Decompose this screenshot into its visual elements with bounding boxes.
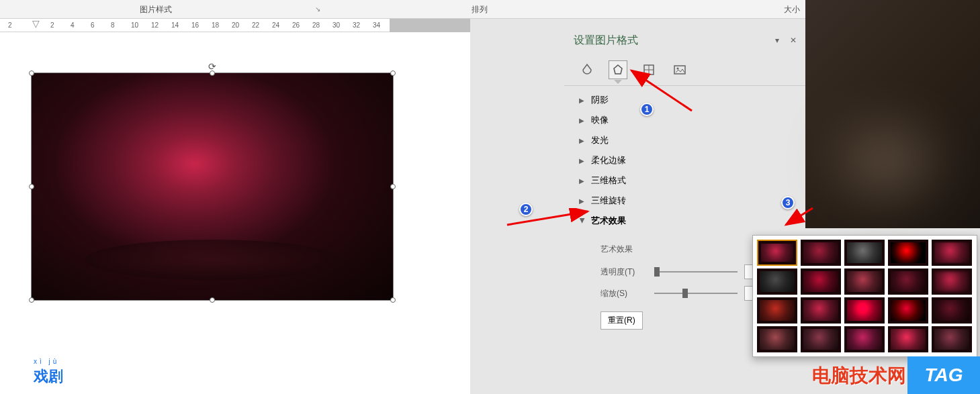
section-reflection[interactable]: ▶映像: [574, 110, 797, 130]
art-effect-label: 艺术效果: [600, 244, 648, 255]
ruler-mark: 12: [151, 21, 159, 29]
effect-thumb[interactable]: [932, 268, 972, 295]
resize-handle[interactable]: [29, 184, 34, 189]
section-glow[interactable]: ▶发光: [574, 130, 797, 150]
ruler-mark: 22: [252, 21, 259, 29]
title-pinyin: xì jù: [34, 358, 396, 365]
effect-thumb[interactable]: [888, 326, 928, 352]
scale-label: 缩放(S): [600, 288, 648, 299]
effect-thumb[interactable]: [932, 326, 972, 352]
ribbon-tab-arrange[interactable]: 排列: [324, 0, 635, 19]
resize-handle[interactable]: [210, 297, 215, 303]
selected-image[interactable]: ⟳: [31, 72, 394, 301]
effect-thumb[interactable]: [844, 268, 885, 295]
annotation-badge-3: 3: [781, 196, 795, 209]
resize-handle[interactable]: [210, 70, 215, 76]
effect-thumb[interactable]: [888, 240, 928, 266]
panel-title: 设置图片格式: [574, 34, 638, 48]
reset-button[interactable]: 重置(R): [600, 311, 643, 330]
ruler-mark: 4: [71, 21, 75, 29]
ruler-mark: 18: [212, 21, 219, 29]
picture-tab-icon[interactable]: [670, 60, 689, 79]
ruler-mark: 6: [91, 21, 95, 29]
section-artistic-effects[interactable]: ▶艺术效果: [574, 211, 797, 231]
panel-icon-tabs: [564, 54, 806, 86]
section-soft-edges[interactable]: ▶柔化边缘: [574, 150, 797, 170]
background-image: [805, 0, 980, 228]
panel-close-icon[interactable]: ✕: [790, 36, 797, 45]
annotation-badge-1: 1: [640, 103, 654, 116]
document-text: xì jù 戏剧 戏剧，指以 语言、 动作、 舞蹈、 音乐、 木偶 等形式达到叙…: [34, 358, 396, 394]
ruler-mark: 30: [332, 21, 340, 29]
ruler-mark: 20: [232, 21, 239, 29]
ruler-mark: 2: [8, 21, 12, 29]
svg-point-5: [677, 67, 679, 69]
effect-thumb[interactable]: [932, 240, 972, 266]
effect-thumb[interactable]: [801, 240, 841, 266]
ribbon-tab-launcher-1[interactable]: ↘: [312, 0, 324, 18]
effect-thumb[interactable]: [757, 240, 797, 266]
effect-thumb[interactable]: [757, 268, 797, 295]
resize-handle[interactable]: [29, 70, 34, 76]
ruler-mark: 16: [191, 21, 199, 29]
panel-header: 设置图片格式 ▾ ✕: [564, 27, 806, 54]
ruler-mark: 10: [131, 21, 138, 29]
document-title: 戏剧: [34, 366, 396, 387]
effect-thumb[interactable]: [844, 297, 885, 324]
effects-gallery-popup: [752, 235, 977, 357]
ruler-mark: 32: [353, 21, 360, 29]
ruler-mark: 2: [50, 21, 54, 29]
ruler-mark: 8: [111, 21, 115, 29]
section-shadow[interactable]: ▶阴影: [574, 90, 797, 110]
annotation-badge-2: 2: [519, 203, 533, 216]
effect-thumb[interactable]: [844, 240, 885, 266]
svg-marker-0: [614, 65, 622, 74]
layout-tab-icon[interactable]: [639, 60, 658, 79]
effect-thumb[interactable]: [888, 297, 928, 324]
effect-thumb[interactable]: [801, 326, 841, 352]
fill-line-tab-icon[interactable]: [578, 60, 596, 79]
effect-thumb[interactable]: [932, 297, 972, 324]
resize-handle[interactable]: [390, 297, 396, 303]
indent-marker-icon[interactable]: ▽: [32, 18, 40, 29]
panel-menu-icon[interactable]: ▾: [775, 36, 779, 45]
watermark-text: 电脑技术网: [812, 363, 906, 389]
ruler-mark: 14: [171, 21, 179, 29]
ruler-mark: 26: [292, 21, 300, 29]
effect-thumb[interactable]: [888, 268, 928, 295]
resize-handle[interactable]: [390, 70, 396, 76]
effect-thumb[interactable]: [801, 268, 841, 295]
effect-thumb[interactable]: [757, 297, 797, 324]
section-3d-format[interactable]: ▶三维格式: [574, 170, 797, 191]
effect-thumb[interactable]: [757, 326, 797, 352]
document-area[interactable]: ⟳ xì jù 戏剧 戏剧，指以 语言、 动作、 舞蹈、 音乐、 木偶 等形式达…: [0, 32, 470, 394]
ruler-mark: 34: [373, 21, 380, 29]
ruler-margin: [390, 19, 470, 32]
transparency-slider[interactable]: [654, 271, 738, 273]
transparency-label: 透明度(T): [600, 266, 648, 278]
ruler-mark: 28: [312, 21, 320, 29]
tag-badge: TAG: [907, 356, 980, 394]
effect-thumb[interactable]: [844, 326, 885, 352]
ruler-mark: 24: [272, 21, 279, 29]
scale-slider[interactable]: [654, 293, 738, 294]
resize-handle[interactable]: [390, 184, 396, 189]
ribbon-tab-picture-style[interactable]: 图片样式: [0, 0, 312, 19]
effects-tab-icon[interactable]: [609, 60, 627, 79]
resize-handle[interactable]: [29, 297, 34, 303]
section-3d-rotation[interactable]: ▶三维旋转: [574, 191, 797, 211]
effect-thumb[interactable]: [801, 297, 841, 324]
